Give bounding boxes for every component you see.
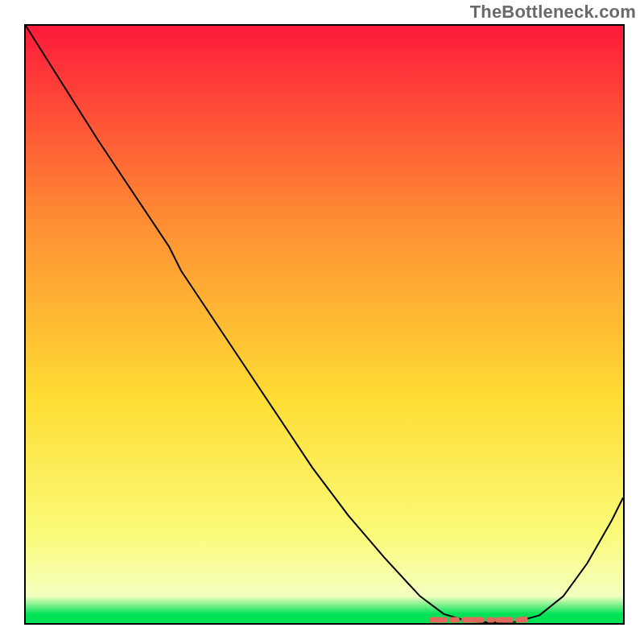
watermark-text: TheBottleneck.com: [470, 2, 636, 23]
chart-stage: TheBottleneck.com: [0, 0, 644, 644]
plot-frame: [24, 24, 625, 625]
gradient-background: [26, 26, 623, 623]
valley-marker-dot: [522, 617, 528, 623]
plot-svg: [26, 26, 623, 623]
